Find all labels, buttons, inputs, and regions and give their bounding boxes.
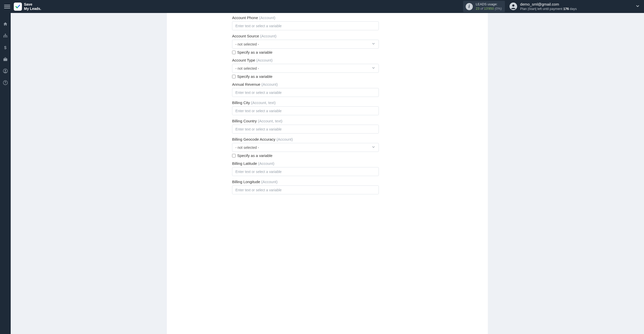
account-phone-input[interactable] xyxy=(232,21,379,30)
field-billing-city: Billing City (Account, text) xyxy=(232,100,379,115)
field-label: Billing Latitude (Account) xyxy=(232,161,379,166)
svg-rect-5 xyxy=(6,37,7,37)
info-icon: i xyxy=(466,3,473,10)
menu-toggle-button[interactable] xyxy=(4,4,10,10)
account-source-variable-checkbox[interactable] xyxy=(232,51,236,54)
specify-variable-checkbox-row: Specify as a variable xyxy=(232,50,379,54)
sidebar-item-integrations[interactable] xyxy=(0,32,11,39)
checkbox-label[interactable]: Specify as a variable xyxy=(237,50,272,54)
billing-longitude-input[interactable] xyxy=(232,185,379,194)
main-content: Account Phone (Account) Account Source (… xyxy=(11,13,644,334)
sidebar-item-account[interactable] xyxy=(0,67,11,75)
field-account-type: Account Type (Account) - not selected - … xyxy=(232,58,379,79)
billing-city-input[interactable] xyxy=(232,106,379,115)
field-account-source: Account Source (Account) - not selected … xyxy=(232,34,379,54)
account-source-select[interactable]: - not selected - xyxy=(232,40,379,49)
user-text: demo_sml@gmail.com Plan |Start| left unt… xyxy=(520,2,577,11)
user-menu[interactable]: demo_sml@gmail.com Plan |Start| left unt… xyxy=(509,2,577,11)
specify-variable-checkbox-row: Specify as a variable xyxy=(232,153,379,158)
svg-rect-2 xyxy=(5,34,6,35)
svg-text:$: $ xyxy=(4,45,7,50)
user-avatar-icon xyxy=(509,3,517,10)
field-label: Billing Country (Account, text) xyxy=(232,119,379,123)
sidebar-nav: $ xyxy=(0,13,11,334)
billing-geocode-variable-checkbox[interactable] xyxy=(232,154,236,157)
svg-rect-4 xyxy=(5,37,6,37)
svg-point-9 xyxy=(5,70,6,71)
field-label: Billing Longitude (Account) xyxy=(232,180,379,184)
field-label: Account Type (Account) xyxy=(232,58,379,62)
svg-rect-7 xyxy=(4,59,7,61)
app-header: Save My Leads. i LEADS usage: 23 of 13'8… xyxy=(0,0,644,13)
field-billing-longitude: Billing Longitude (Account) xyxy=(232,180,379,194)
field-billing-latitude: Billing Latitude (Account) xyxy=(232,161,379,176)
checkbox-label[interactable]: Specify as a variable xyxy=(237,74,272,79)
billing-country-input[interactable] xyxy=(232,125,379,134)
logo[interactable]: Save My Leads. xyxy=(14,2,41,10)
account-type-variable-checkbox[interactable] xyxy=(232,75,236,78)
field-billing-geocode: Billing Geocode Accuracy (Account) - not… xyxy=(232,137,379,158)
field-label: Annual Revenue (Account) xyxy=(232,82,379,86)
field-account-phone: Account Phone (Account) xyxy=(232,16,379,30)
chevron-down-icon xyxy=(371,66,375,71)
specify-variable-checkbox-row: Specify as a variable xyxy=(232,74,379,79)
field-annual-revenue: Annual Revenue (Account) xyxy=(232,82,379,97)
billing-geocode-select[interactable]: - not selected - xyxy=(232,143,379,152)
chevron-down-icon[interactable] xyxy=(635,4,640,9)
sidebar-item-home[interactable] xyxy=(0,21,11,28)
sidebar-item-billing[interactable]: $ xyxy=(0,44,11,51)
sidebar-item-briefcase[interactable] xyxy=(0,56,11,63)
sidebar-item-help[interactable] xyxy=(0,79,11,86)
mapping-form: Account Phone (Account) Account Source (… xyxy=(232,16,379,194)
account-type-select[interactable]: - not selected - xyxy=(232,64,379,73)
field-label: Billing City (Account, text) xyxy=(232,100,379,105)
field-label: Account Source (Account) xyxy=(232,34,379,38)
annual-revenue-input[interactable] xyxy=(232,88,379,97)
field-label: Account Phone (Account) xyxy=(232,16,379,20)
svg-rect-3 xyxy=(4,37,4,37)
billing-latitude-input[interactable] xyxy=(232,167,379,176)
form-card: Account Phone (Account) Account Source (… xyxy=(167,13,488,334)
chevron-down-icon xyxy=(371,42,375,47)
logo-icon xyxy=(14,3,22,11)
svg-point-1 xyxy=(512,5,514,7)
field-billing-country: Billing Country (Account, text) xyxy=(232,119,379,134)
chevron-down-icon xyxy=(371,145,375,150)
usage-widget[interactable]: i LEADS usage: 23 of 13'850 (0%) xyxy=(463,1,505,12)
logo-text: Save My Leads. xyxy=(24,2,41,10)
svg-point-11 xyxy=(5,83,6,84)
checkbox-label[interactable]: Specify as a variable xyxy=(237,153,272,158)
usage-text: LEADS usage: 23 of 13'850 (0%) xyxy=(476,2,502,11)
field-label: Billing Geocode Accuracy (Account) xyxy=(232,137,379,141)
